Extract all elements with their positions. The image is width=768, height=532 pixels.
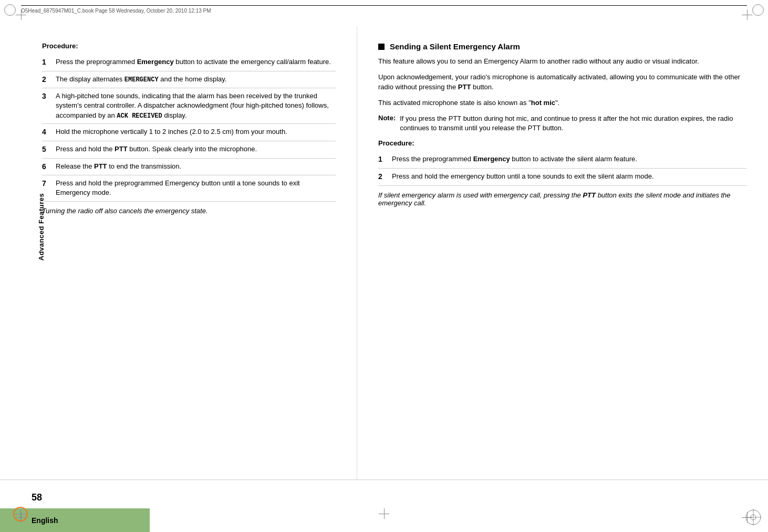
- content-area: Advanced Features Procedure: 1 Press the…: [0, 26, 768, 479]
- step-content-4: Hold the microphone vertically 1 to 2 in…: [56, 127, 336, 137]
- bold-emergency-r1: Emergency: [473, 155, 510, 163]
- section-icon: [378, 44, 385, 50]
- step-number-3: 3: [42, 91, 50, 102]
- right-column: Sending a Silent Emergency Alarm This fe…: [357, 26, 768, 479]
- right-procedure-heading: Procedure:: [378, 139, 747, 147]
- table-row: 6 Release the PTT to end the transmissio…: [42, 159, 336, 176]
- bold-emergency-1: Emergency: [137, 58, 174, 66]
- page-container: O5Head_6875947M01_C.book Page 58 Wednesd…: [0, 0, 768, 532]
- bold-ptt-5: PTT: [115, 145, 128, 153]
- table-row: 5 Press and hold the PTT button. Speak c…: [42, 141, 336, 159]
- step-content-7: Press and hold the preprogrammed Emergen…: [56, 179, 336, 197]
- gear-icon: [745, 509, 762, 526]
- note-container: Note: If you press the PTT button during…: [378, 114, 747, 133]
- left-italic-note: Turning the radio off also cancels the e…: [42, 207, 336, 215]
- table-row: 3 A high-pitched tone sounds, indicating…: [42, 88, 336, 124]
- crosshair-bottom-center: [379, 508, 389, 519]
- left-column: Procedure: 1 Press the preprogrammed Eme…: [0, 26, 357, 479]
- page-header: O5Head_6875947M01_C.book Page 58 Wednesd…: [21, 5, 747, 14]
- right-paragraph-2: Upon acknowledgement, your radio's micro…: [378, 72, 747, 92]
- language-label: English: [32, 516, 58, 525]
- bold-ptt-para: PTT: [458, 83, 471, 91]
- table-row: 1 Press the preprogrammed Emergency butt…: [378, 151, 747, 169]
- page-number: 58: [32, 492, 42, 503]
- right-steps-list: 1 Press the preprogrammed Emergency butt…: [378, 151, 747, 185]
- bold-hot-mic: hot mic: [531, 99, 555, 107]
- sidebar-label: Advanced Features: [37, 193, 45, 260]
- step-content-6: Release the PTT to end the transmission.: [56, 162, 336, 171]
- bottom-footer: 58 English: [0, 479, 768, 532]
- step-content-5: Press and hold the PTT button. Speak cle…: [56, 144, 336, 154]
- table-row: 2 The display alternates EMERGENCY and t…: [42, 71, 336, 89]
- step-content-1: Press the preprogrammed Emergency button…: [56, 57, 336, 67]
- step-number-7: 7: [42, 179, 50, 189]
- left-procedure-heading: Procedure:: [42, 42, 336, 50]
- table-row: 2 Press and hold the emergency button un…: [378, 169, 747, 186]
- right-paragraph-3: This activated microphone state is also …: [378, 98, 747, 108]
- right-step-number-2: 2: [378, 172, 387, 182]
- left-steps-list: 1 Press the preprogrammed Emergency butt…: [42, 54, 336, 202]
- step-number-1: 1: [42, 57, 50, 68]
- right-italic-note: If silent emergency alarm is used with e…: [378, 191, 747, 207]
- table-row: 1 Press the preprogrammed Emergency butt…: [42, 54, 336, 71]
- circle-mark-top-left: [4, 4, 16, 16]
- section-heading-text: Sending a Silent Emergency Alarm: [390, 42, 520, 51]
- file-info: O5Head_6875947M01_C.book Page 58 Wednesd…: [21, 8, 211, 14]
- bold-ptt-italic: PTT: [583, 191, 596, 199]
- right-step-number-1: 1: [378, 154, 387, 165]
- step-number-2: 2: [42, 75, 50, 85]
- section-heading: Sending a Silent Emergency Alarm: [378, 42, 747, 51]
- step-content-2: The display alternates EMERGENCY and the…: [56, 75, 336, 85]
- circle-mark-top-right: [752, 4, 764, 16]
- emergency-mono: EMERGENCY: [124, 76, 159, 84]
- italic-note-text: If silent emergency alarm is used with e…: [378, 191, 731, 207]
- note-content: If you press the PTT button during hot m…: [400, 114, 747, 133]
- right-step-content-2: Press and hold the emergency button unti…: [392, 172, 747, 181]
- step-content-3: A high-pitched tone sounds, indicating t…: [56, 91, 336, 120]
- right-paragraph-1: This feature allows you to send an Emerg…: [378, 56, 747, 67]
- table-row: 7 Press and hold the preprogrammed Emerg…: [42, 175, 336, 201]
- table-row: 4 Hold the microphone vertically 1 to 2 …: [42, 124, 336, 141]
- right-step-content-1: Press the preprogrammed Emergency button…: [392, 154, 747, 164]
- note-label: Note:: [378, 114, 396, 133]
- step-number-5: 5: [42, 144, 50, 155]
- bold-ptt-6: PTT: [94, 162, 107, 170]
- step-number-4: 4: [42, 127, 50, 138]
- registration-mark-orange: [13, 507, 28, 521]
- ack-received-mono: ACK RECEIVED: [117, 112, 162, 120]
- step-number-6: 6: [42, 162, 50, 172]
